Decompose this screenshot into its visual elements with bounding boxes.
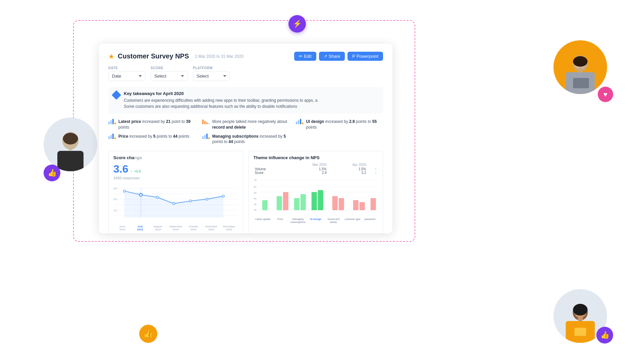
svg-rect-53 xyxy=(318,190,323,210)
insight-1-text: Latest price increased by 21 point to 39… xyxy=(118,119,196,130)
svg-point-3 xyxy=(63,133,78,145)
svg-rect-55 xyxy=(338,198,344,210)
x-label-november: November2019 xyxy=(205,225,218,231)
x-label-december: December2019 xyxy=(222,225,236,231)
insight-4-text: Price increased by 5 points to 44 points xyxy=(118,134,190,139)
x-label-record-delete: record anddelete xyxy=(325,218,342,224)
svg-rect-54 xyxy=(332,196,337,210)
svg-rect-49 xyxy=(283,192,288,210)
insight-4: Price increased by 5 points to 44 points xyxy=(108,134,196,145)
x-label-october: October2019 xyxy=(187,225,200,231)
score-chart-x-labels: June2019 July2019 August2019 September20… xyxy=(113,225,238,231)
insight-5-text: Managing subscriptions increased by 5 po… xyxy=(212,134,289,145)
insight-1-icon xyxy=(108,119,116,124)
header-buttons: ✏ Edit ↗ Share P Powerpoint xyxy=(294,52,383,61)
star-icon: ★ xyxy=(108,52,114,60)
x-label-customer-type: customer type xyxy=(344,218,361,224)
theme-volume-delta: ↑ xyxy=(367,167,378,171)
theme-score-label: Score xyxy=(254,171,287,175)
theme-table: Mar 2020 Apr 2020 Volume 1.5% 1.5% ↑ Sco… xyxy=(254,163,378,175)
score-value: 3.6 xyxy=(113,163,128,175)
line-chart-svg: 3.8 3.0 2.2 xyxy=(113,183,238,223)
score-chart-panel: Score change 3.6 ↑ +0.6 3450 responses 3… xyxy=(108,151,243,233)
score-filter-select[interactable]: Select xyxy=(151,71,187,81)
svg-text:70: 70 xyxy=(254,179,256,181)
svg-text:3.0: 3.0 xyxy=(113,198,117,201)
powerpoint-icon: P xyxy=(352,54,355,59)
svg-rect-52 xyxy=(311,192,317,210)
score-filter-group: SCORE Select xyxy=(151,66,187,81)
platform-filter-group: PLATFORM Select xyxy=(193,66,230,81)
x-label-latest-update: Latest update xyxy=(255,218,271,224)
score-filter-label: SCORE xyxy=(151,66,187,70)
svg-rect-1 xyxy=(57,151,84,171)
score-delta: +0.6 xyxy=(134,170,141,173)
theme-volume-mar: 1.5% xyxy=(287,167,328,171)
theme-volume-apr: 1.5% xyxy=(328,167,368,171)
insight-2-icon xyxy=(202,119,210,124)
avatar-right-top xyxy=(553,40,607,94)
svg-text:60: 60 xyxy=(254,186,256,188)
date-filter-select[interactable]: Date xyxy=(108,71,145,81)
svg-text:3.8: 3.8 xyxy=(113,187,117,190)
svg-point-29 xyxy=(156,196,159,199)
score-arrow-up: ↑ xyxy=(130,169,132,173)
insight-3: UI design increased by 2.9 points to 55 … xyxy=(296,119,383,130)
takeaways-text-2: Some customers are also requesting addit… xyxy=(124,103,317,109)
x-label-managing: ManagingSubscriptions xyxy=(289,218,306,224)
x-label-july: July2019 xyxy=(133,225,147,231)
powerpoint-button[interactable]: P Powerpoint xyxy=(347,52,383,61)
thumbs-up-bottom-icon: 👍 xyxy=(143,329,153,338)
heart-icon: ♥ xyxy=(603,91,607,98)
thumbs-up-right-bottom-badge: 👍 xyxy=(596,327,613,344)
theme-bar-chart-svg: 70 60 50 40 30 20 xyxy=(254,176,378,216)
edit-button[interactable]: ✏ Edit xyxy=(294,52,316,61)
takeaways-title: Key takeaways for April 2020 xyxy=(124,91,317,96)
card-title-area: ★ Customer Survey NPS 1 Mar 2020 to 31 M… xyxy=(108,52,244,60)
svg-text:30: 30 xyxy=(254,203,256,206)
takeaways-content: Key takeaways for April 2020 Customers a… xyxy=(124,91,317,109)
share-icon: ↗ xyxy=(324,54,327,59)
platform-filter-select[interactable]: Select xyxy=(193,71,230,81)
thumbs-up-left-badge: 👍 xyxy=(44,165,60,181)
date-range: 1 Mar 2020 to 31 Mar 2020 xyxy=(195,54,244,59)
x-label-ui-design: UI design xyxy=(309,218,322,224)
heart-badge: ♥ xyxy=(598,87,613,102)
insight-2: More people talked more negatively about… xyxy=(202,119,289,130)
insight-4-icon xyxy=(108,134,116,139)
svg-rect-56 xyxy=(353,200,358,210)
thumbs-up-right-bottom-icon: 👍 xyxy=(600,331,609,339)
edit-icon: ✏ xyxy=(299,54,303,59)
share-button[interactable]: ↗ Share xyxy=(319,52,345,61)
svg-point-15 xyxy=(578,316,583,322)
insight-5-icon xyxy=(202,134,210,139)
svg-point-9 xyxy=(578,67,583,73)
thumbs-up-bottom-badge: 👍 xyxy=(139,325,157,343)
x-label-august: August2019 xyxy=(151,225,165,231)
svg-text:40: 40 xyxy=(254,197,256,200)
svg-rect-57 xyxy=(359,202,365,210)
svg-text:2.2: 2.2 xyxy=(113,209,117,212)
svg-point-30 xyxy=(173,202,175,205)
insight-2-text: More people talked more negatively about… xyxy=(212,119,289,130)
score-responses: 3450 responses xyxy=(113,176,238,180)
insight-3-icon xyxy=(296,119,303,124)
theme-volume-label: Volume xyxy=(254,167,287,171)
thumbs-up-left-icon: 👍 xyxy=(48,169,57,177)
insight-1: Latest price increased by 21 point to 39… xyxy=(108,119,196,130)
insights-grid: Latest price increased by 21 point to 39… xyxy=(108,119,383,145)
theme-chart-x-labels: Latest update Price ManagingSubscription… xyxy=(254,218,378,224)
svg-point-27 xyxy=(123,190,126,192)
date-filter-label: DATE xyxy=(108,66,145,70)
card-header: ★ Customer Survey NPS 1 Mar 2020 to 31 M… xyxy=(108,52,383,61)
insight-3-text: UI design increased by 2.9 points to 55 … xyxy=(306,119,383,130)
takeaways-box: Key takeaways for April 2020 Customers a… xyxy=(108,87,383,114)
platform-filter-label: PLATFORM xyxy=(193,66,230,70)
avatar-left xyxy=(44,118,97,171)
score-chart-title: Score change xyxy=(113,155,238,160)
takeaways-text-1: Customers are experiencing difficulties … xyxy=(124,97,317,103)
svg-rect-47 xyxy=(262,200,267,210)
svg-point-33 xyxy=(222,195,225,197)
svg-rect-50 xyxy=(294,198,299,210)
svg-rect-58 xyxy=(370,198,376,210)
